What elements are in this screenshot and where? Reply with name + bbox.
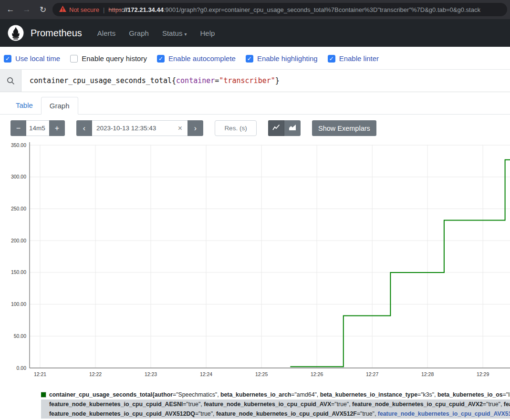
duration-input[interactable] xyxy=(26,120,49,136)
checkbox-enable-highlighting[interactable]: ✓Enable highlighting xyxy=(246,54,318,63)
y-tick-label: 200.00 xyxy=(11,238,26,243)
x-tick-label: 12:27 xyxy=(366,371,378,377)
nav-item-graph[interactable]: Graph xyxy=(129,29,149,37)
query-token-metric: container_cpu_usage_seconds_total xyxy=(30,76,172,85)
nav-item-alerts[interactable]: Alerts xyxy=(97,29,115,37)
back-icon[interactable]: ← xyxy=(4,3,17,16)
x-tick-label: 12:23 xyxy=(145,371,157,377)
range-increase-button[interactable]: + xyxy=(49,120,65,136)
range-stepper: − + xyxy=(10,120,65,136)
checkbox-label: Enable query history xyxy=(82,54,147,63)
chevron-left-icon[interactable]: ‹ xyxy=(76,120,92,136)
checkbox-enable-autocomplete[interactable]: ✓Enable autocomplete xyxy=(157,54,236,63)
checkbox-box[interactable] xyxy=(70,55,78,63)
reload-icon[interactable]: ↻ xyxy=(36,3,50,16)
checkbox-label: Use local time xyxy=(15,54,60,63)
nav-menu: AlertsGraphStatus▾Help xyxy=(97,29,215,37)
clear-icon[interactable]: × xyxy=(177,124,183,133)
datetime-value: 2023-10-13 12:35:43 xyxy=(96,125,177,132)
tab-table[interactable]: Table xyxy=(8,97,41,114)
query-token-punct: } xyxy=(275,76,280,85)
range-decrease-button[interactable]: − xyxy=(10,120,26,136)
url-path: :9001/graph?g0.expr=container_cpu_usage_… xyxy=(164,6,480,13)
checkbox-box[interactable]: ✓ xyxy=(328,55,335,63)
series-line xyxy=(290,160,510,367)
chart-type-toggle xyxy=(268,120,301,136)
graph-canvas[interactable]: 0.0050.00100.00150.00200.00250.00300.003… xyxy=(0,140,510,378)
legend-swatch xyxy=(41,392,46,397)
query-token-label: container xyxy=(176,76,215,85)
checkbox-use-local-time[interactable]: ✓Use local time xyxy=(4,54,60,63)
y-tick-label: 350.00 xyxy=(11,142,26,148)
url-divider: | xyxy=(103,6,104,13)
url-host: ://172.21.34.44 xyxy=(122,6,163,13)
y-tick-label: 50.00 xyxy=(14,333,26,339)
checkbox-enable-linter[interactable]: ✓Enable linter xyxy=(328,54,379,63)
show-exemplars-button[interactable]: Show Exemplars xyxy=(312,120,376,136)
graph-controls: − + ‹ 2023-10-13 12:35:43 × › S xyxy=(10,120,510,136)
x-tick-label: 12:26 xyxy=(311,371,323,377)
line-chart-button[interactable] xyxy=(268,120,284,136)
brand-title[interactable]: Prometheus xyxy=(31,28,82,39)
checkbox-enable-query-history[interactable]: Enable query history xyxy=(70,54,147,63)
url-text[interactable]: https://172.21.34.44:9001/graph?g0.expr=… xyxy=(108,6,480,13)
warning-icon xyxy=(59,5,66,14)
stacked-chart-button[interactable] xyxy=(284,120,301,136)
x-tick-label: 12:28 xyxy=(421,371,434,377)
legend-line: feature_node_kubernetes_io_cpu_cpuid_AVX… xyxy=(41,409,510,419)
legend-line: feature_node_kubernetes_io_cpu_cpuid_AES… xyxy=(41,399,510,409)
y-tick-label: 150.00 xyxy=(11,269,26,275)
chevron-right-icon[interactable]: › xyxy=(187,120,203,136)
x-tick-label: 12:22 xyxy=(89,371,102,377)
legend: container_cpu_usage_seconds_total{author… xyxy=(41,390,510,419)
x-tick-label: 12:24 xyxy=(200,371,212,377)
graph-panel: 0.0050.00100.00150.00200.00250.00300.003… xyxy=(0,140,510,378)
y-tick-label: 0.00 xyxy=(17,365,27,371)
x-tick-label: 12:25 xyxy=(255,371,268,377)
query-input[interactable]: container_cpu_usage_seconds_total{contai… xyxy=(21,70,510,92)
query-token-punct: { xyxy=(172,76,176,85)
tab-graph[interactable]: Graph xyxy=(41,97,78,115)
url-scheme: https xyxy=(108,6,122,13)
y-tick-label: 100.00 xyxy=(11,301,26,307)
chevron-down-icon: ▾ xyxy=(184,32,187,37)
query-token-string: "transcriber" xyxy=(219,76,275,85)
not-secure-label[interactable]: Not secure xyxy=(69,6,99,13)
datetime-picker: ‹ 2023-10-13 12:35:43 × › xyxy=(76,120,203,136)
datetime-input[interactable]: 2023-10-13 12:35:43 × xyxy=(92,120,187,136)
y-tick-label: 250.00 xyxy=(11,206,26,211)
checkbox-box[interactable]: ✓ xyxy=(157,55,165,63)
settings-row: ✓Use local timeEnable query history✓Enab… xyxy=(0,47,510,69)
app-navbar: Prometheus AlertsGraphStatus▾Help xyxy=(0,19,510,47)
checkbox-box[interactable]: ✓ xyxy=(246,55,253,63)
x-tick-label: 12:29 xyxy=(477,371,489,377)
nav-item-status[interactable]: Status▾ xyxy=(162,29,187,37)
checkbox-box[interactable]: ✓ xyxy=(4,55,11,63)
checkbox-label: Enable linter xyxy=(339,54,379,63)
stacked-chart-icon xyxy=(289,124,296,133)
search-icon xyxy=(0,70,21,92)
resolution-input[interactable] xyxy=(215,120,257,136)
line-chart-icon xyxy=(272,124,280,133)
prometheus-logo[interactable] xyxy=(8,25,24,41)
address-bar[interactable]: Not secure | https://172.21.34.44:9001/g… xyxy=(52,3,507,16)
checkbox-label: Enable highlighting xyxy=(257,54,318,63)
query-bar: container_cpu_usage_seconds_total{contai… xyxy=(0,69,510,92)
forward-icon[interactable]: → xyxy=(20,3,33,16)
browser-toolbar: ← → ↻ Not secure | https://172.21.34.44:… xyxy=(0,0,510,19)
panel-tabs: Table Graph xyxy=(0,97,510,115)
legend-line: container_cpu_usage_seconds_total{author… xyxy=(41,390,510,399)
query-token-punct: = xyxy=(215,76,219,85)
nav-item-help[interactable]: Help xyxy=(200,29,215,37)
x-tick-label: 12:21 xyxy=(34,371,46,377)
checkbox-label: Enable autocomplete xyxy=(168,54,236,63)
y-tick-label: 300.00 xyxy=(11,174,26,179)
